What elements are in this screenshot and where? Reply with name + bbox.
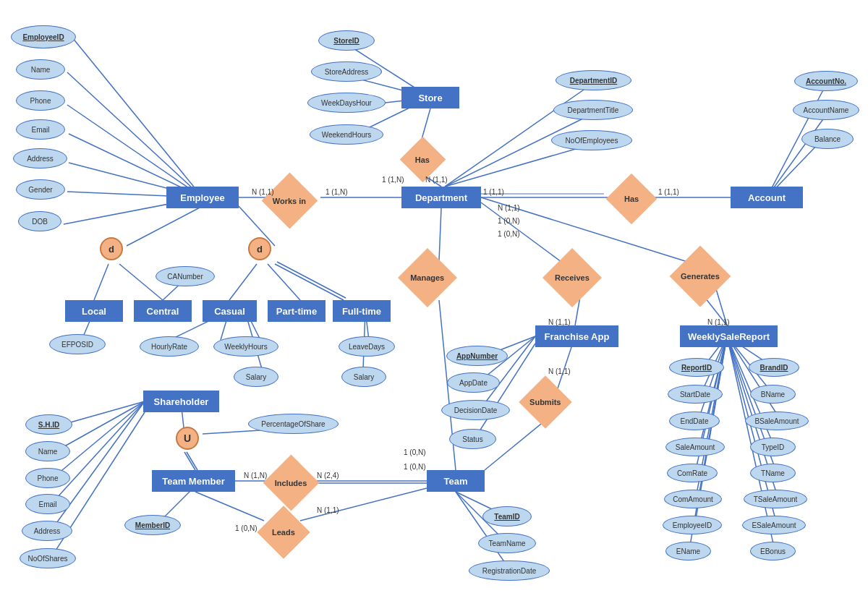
svg-line-17 (767, 112, 828, 197)
attr-weekdays: WeekDaysHour (307, 93, 386, 113)
attr-status: Status (449, 429, 496, 449)
attr-accountname: AccountName (793, 100, 859, 120)
svg-line-1 (67, 72, 203, 197)
svg-line-72 (187, 452, 197, 470)
attr-typeid: TypeID (750, 438, 796, 456)
entity-store: Store (401, 87, 459, 108)
attr-depttitle: DepartmentTitle (553, 100, 633, 120)
rel-has-dept: Has (606, 174, 658, 225)
circle-d1: d (100, 237, 123, 260)
attr-memberid: MemberID (124, 515, 181, 535)
svg-line-2 (67, 105, 203, 197)
attr-ebonus: EBonus (750, 542, 796, 560)
attr-percentshare: PercentageOfShare (248, 414, 339, 434)
attr-bsaleamount: BSaleAmount (745, 412, 809, 430)
attr-weeklyhours: WeeklyHours (213, 336, 278, 357)
attr-comrate: ComRate (667, 464, 718, 482)
svg-line-39 (439, 208, 441, 260)
attr-bname: BName (750, 385, 796, 404)
attr-salary-full: Salary (341, 367, 386, 387)
svg-line-41 (481, 202, 564, 264)
attr-employeeid: EmployeeID (11, 25, 76, 48)
attr-canumber: CANumber (156, 266, 215, 286)
attr-decisiondate: DecisionDate (441, 400, 510, 420)
entity-shareholder: Shareholder (143, 391, 219, 412)
circle-d2: d (248, 237, 271, 260)
attr-sh-address: Address (22, 521, 72, 541)
attr-emp-address: Address (13, 148, 67, 169)
attr-tname: TName (750, 464, 796, 482)
attr-emp-dob: DOB (18, 211, 61, 231)
svg-line-83 (195, 492, 264, 521)
svg-line-84 (300, 488, 427, 521)
attr-noofshares: NoOfShares (20, 548, 76, 568)
svg-line-29 (275, 264, 344, 300)
attr-ename: EName (665, 542, 711, 560)
attr-tsaleamount: TSaleAmount (744, 490, 807, 508)
attr-teamid: TeamID (482, 506, 532, 526)
attr-leavedays: LeaveDays (339, 336, 395, 357)
attr-regdate: RegistrationDate (469, 560, 550, 581)
attr-saleamount: SaleAmount (665, 438, 725, 456)
rel-leads: Leads (257, 506, 310, 559)
entity-central: Central (134, 300, 192, 322)
svg-line-71 (184, 452, 195, 470)
rel-includes: Includes (263, 455, 320, 511)
svg-line-27 (229, 264, 257, 300)
attr-emp-name: Name (16, 59, 65, 80)
entity-teammember: Team Member (152, 470, 235, 492)
attr-sh-phone: Phone (25, 468, 70, 488)
attr-weekend: WeekendHours (310, 124, 383, 145)
attr-balance: Balance (801, 129, 854, 149)
attr-enddate: EndDate (669, 412, 720, 430)
svg-line-25 (119, 264, 163, 300)
attr-salary-casual: Salary (234, 367, 278, 387)
svg-line-14 (445, 114, 593, 187)
entity-department: Department (401, 187, 481, 208)
svg-line-0 (72, 38, 203, 197)
entity-fulltime: Full-time (333, 300, 391, 322)
attr-storeid: StoreID (318, 30, 375, 51)
er-diagram: Employee Department Store Account Franch… (0, 0, 868, 614)
svg-line-24 (94, 264, 109, 300)
attr-brandid: BrandID (749, 358, 799, 377)
attr-comamount: ComAmount (664, 490, 722, 508)
entity-franchise: Franchise App (535, 325, 618, 347)
rel-receives: Receives (542, 248, 602, 307)
attr-emp-phone: Phone (16, 90, 65, 111)
attr-accountno: AccountNo. (794, 71, 858, 91)
attr-startdate: StartDate (668, 385, 723, 404)
attr-emp-email: Email (16, 119, 65, 140)
attr-hourlyr: HourlyRate (140, 336, 199, 357)
entity-casual: Casual (203, 300, 257, 322)
attr-ws-employeeid: EmployeeID (663, 516, 722, 534)
svg-line-59 (727, 336, 783, 423)
attr-reportid: ReportID (669, 358, 724, 377)
svg-line-15 (445, 144, 593, 187)
attr-noofemployees: NoOfEmployees (551, 130, 632, 150)
entity-weeklysale: WeeklySaleReport (680, 325, 778, 347)
attr-teamname: TeamName (478, 533, 536, 553)
attr-appdate: AppDate (447, 372, 500, 393)
attr-efposid: EFPOSID (49, 334, 106, 354)
rel-submits: Submits (519, 375, 572, 429)
entity-parttime: Part-time (268, 300, 326, 322)
attr-appnumber: AppNumber (446, 346, 508, 366)
attr-deptid: DepartmentID (556, 70, 631, 90)
attr-shjid: S.H.ID (25, 414, 72, 435)
entity-local: Local (65, 300, 123, 322)
attr-sh-name: Name (25, 441, 70, 461)
svg-line-28 (268, 264, 300, 300)
entity-account: Account (731, 187, 803, 208)
svg-line-23 (127, 206, 203, 246)
attr-sh-email: Email (25, 494, 70, 514)
circle-u: U (176, 427, 199, 450)
rel-worksin: Works in (262, 173, 318, 229)
entity-team: Team (427, 470, 485, 492)
entity-employee: Employee (166, 187, 239, 208)
svg-line-30 (277, 262, 346, 298)
attr-emp-gender: Gender (16, 179, 65, 200)
attr-esaleamount: ESaleAmount (742, 516, 806, 534)
rel-manages: Manages (398, 248, 457, 307)
attr-storeaddress: StoreAddress (311, 61, 382, 82)
